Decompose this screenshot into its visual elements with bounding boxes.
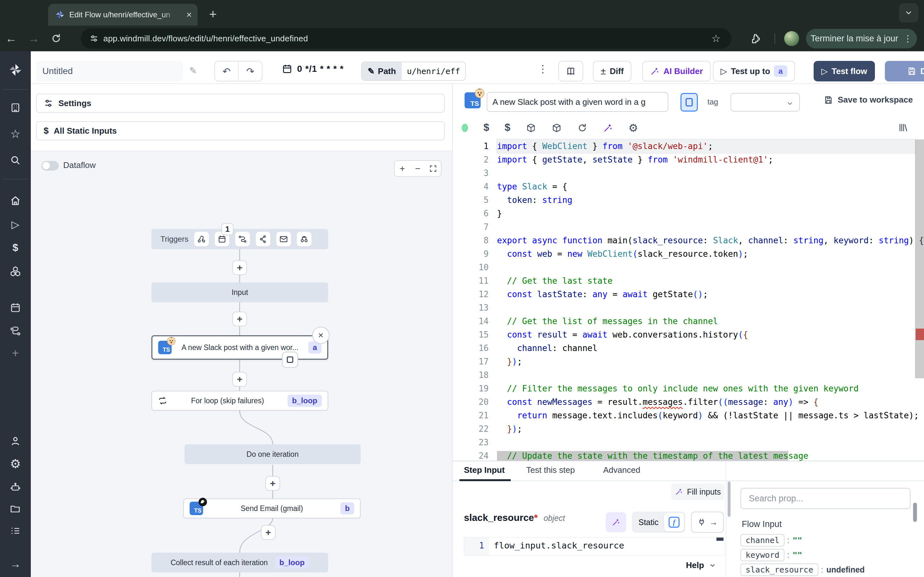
editor-action-icons: $ $ ⚙ [453, 118, 924, 138]
resources-icon[interactable]: $ [505, 121, 510, 133]
prop-pill[interactable]: channel [740, 534, 784, 546]
library-icon[interactable] [898, 122, 909, 133]
new-tab-button[interactable]: + [209, 8, 216, 21]
test-up-to-label: Test up to [731, 66, 770, 76]
browser-chrome: Edit Flow u/henri/effective_un × + ← → a… [0, 0, 924, 51]
redo-button[interactable]: ↷ [238, 61, 262, 81]
chrome-menu-kebab-icon[interactable]: ⋮ [903, 33, 913, 44]
undo-button[interactable]: ↶ [215, 61, 238, 81]
tab-test-this-step[interactable]: Test this step [526, 465, 575, 475]
search-prop-input[interactable] [740, 488, 911, 509]
browser-tab[interactable]: Edit Flow u/henri/effective_un × [48, 4, 198, 26]
extensions-icon[interactable] [750, 33, 762, 44]
sidebar-item-runs[interactable]: ▷ [0, 219, 31, 229]
flow-settings-label: Settings [58, 98, 91, 108]
tag-select[interactable] [730, 93, 800, 111]
variables-icon[interactable]: $ [483, 121, 489, 133]
tab-step-input[interactable]: Step Input [464, 465, 505, 475]
scrollbar-thumb[interactable] [915, 139, 924, 378]
step-summary-input[interactable] [487, 92, 668, 112]
sidebar-item-schedules[interactable] [0, 302, 31, 314]
function-icon: f [669, 517, 680, 528]
static-toggle-group[interactable]: Static f [632, 512, 685, 533]
required-asterisk: * [534, 512, 538, 523]
help-label: Help [686, 560, 704, 570]
reset-icon[interactable] [577, 123, 588, 133]
edit-path-pencil-icon[interactable]: ✎ [368, 66, 375, 76]
sidebar-item-add[interactable]: + [0, 348, 31, 359]
chevron-down-icon [787, 100, 793, 107]
connect-input-button[interactable]: → [691, 512, 724, 533]
windmill-logo-icon[interactable] [0, 63, 31, 77]
package-icon[interactable] [526, 123, 536, 133]
editor-scrollbar[interactable] [915, 139, 924, 461]
flow-graph[interactable]: Dataflow + − [31, 151, 452, 577]
help-toggle[interactable]: Help [686, 560, 716, 570]
prop-pill[interactable]: keyword [740, 549, 784, 561]
ai-builder-button[interactable]: AI Builder [642, 61, 711, 81]
sidebar-item-favorites[interactable]: ☆ [0, 128, 31, 140]
tab-close-icon[interactable]: × [186, 10, 192, 19]
tab-advanced[interactable]: Advanced [603, 465, 640, 475]
javascript-expr-toggle[interactable]: f [664, 513, 684, 532]
sidebar-item-folders[interactable] [0, 503, 31, 515]
sidebar-collapse-arrow-icon[interactable]: → [0, 558, 31, 569]
prop-pill[interactable]: slack_resource [740, 564, 819, 576]
bottom-scrollbar[interactable] [728, 482, 730, 517]
sidebar-divider [3, 179, 27, 179]
sidebar-item-settings-gear-icon[interactable]: ⚙ [0, 458, 31, 470]
props-scrollbar[interactable] [913, 503, 917, 522]
sidebar-item-routes[interactable] [0, 326, 31, 337]
package-icon[interactable] [551, 123, 562, 133]
tab-search-chevron-button[interactable] [899, 3, 918, 23]
forward-icon[interactable]: → [23, 32, 45, 45]
path-group[interactable]: ✎Path u/henri/eff [361, 61, 466, 81]
sidebar-item-variables[interactable]: $ [0, 242, 31, 253]
sidebar-item-home[interactable] [0, 195, 31, 206]
code-editor[interactable]: 123456789101112131415161718192021222324 … [453, 139, 924, 461]
sidebar-item-logs[interactable] [0, 525, 31, 537]
docs-book-button[interactable] [558, 61, 583, 81]
sidebar-item-ai-robot[interactable] [0, 482, 31, 493]
reload-icon[interactable] [45, 33, 67, 44]
editor-settings-gear-icon[interactable]: ⚙ [628, 121, 638, 134]
flow-name-input[interactable] [36, 61, 183, 81]
bookmark-star-icon[interactable]: ☆ [711, 32, 720, 45]
site-settings-icon[interactable] [89, 34, 99, 43]
test-up-to-step-badge[interactable]: a [774, 65, 787, 77]
more-options-kebab-icon[interactable]: ⋮ [538, 63, 548, 75]
flow-settings-button[interactable]: Settings [36, 93, 445, 113]
fill-inputs-button[interactable]: Fill inputs [671, 484, 724, 500]
stop-after-step-button[interactable] [680, 93, 698, 111]
sidebar-item-account[interactable] [0, 435, 31, 447]
ai-wand-icon[interactable] [603, 123, 613, 133]
browser-profile-avatar[interactable] [784, 31, 800, 47]
save-to-workspace-button[interactable]: Save to workspace [824, 95, 913, 105]
test-flow-button[interactable]: ▷ Test flow [814, 61, 875, 81]
expression-editor[interactable]: 1 flow_input.slack_resource [464, 537, 724, 556]
back-icon[interactable]: ← [0, 32, 23, 45]
omnibox[interactable]: app.windmill.dev/flows/edit/u/henri/effe… [81, 28, 732, 49]
browser-update-button[interactable]: Terminer la mise à jour ⋮ [806, 29, 917, 48]
sidebar-item-search[interactable] [0, 155, 31, 166]
play-outline-icon: ▷ [720, 66, 727, 76]
flow-input-prop-row[interactable]: keyword : "" [740, 549, 802, 561]
diff-button[interactable]: ± Diff [593, 61, 632, 81]
tag-label: tag [708, 97, 718, 106]
play-icon: ▷ [821, 66, 828, 76]
sidebar-item-resources[interactable] [0, 266, 31, 277]
schedule-cron[interactable]: 0 */1 * * * * [282, 63, 344, 74]
flow-input-prop-row[interactable]: channel : "" [740, 534, 802, 546]
flow-input-prop-row[interactable]: slack_resource : undefined [740, 564, 865, 576]
test-up-to-button[interactable]: ▷ Test up to a [713, 61, 795, 81]
prop-ai-wand-button[interactable] [606, 512, 626, 532]
sidebar-item-workspace[interactable] [0, 102, 31, 113]
emoji-face-icon [474, 88, 485, 99]
expr-value[interactable]: flow_input.slack_resource [489, 538, 724, 556]
all-static-inputs-button[interactable]: $ All Static Inputs [36, 121, 445, 140]
plug-icon [697, 518, 706, 527]
draft-button[interactable]: Draft [885, 61, 924, 81]
edit-name-pencil-icon[interactable]: ✎ [189, 65, 197, 76]
wand-icon [650, 66, 660, 76]
path-label: Path [378, 66, 396, 76]
